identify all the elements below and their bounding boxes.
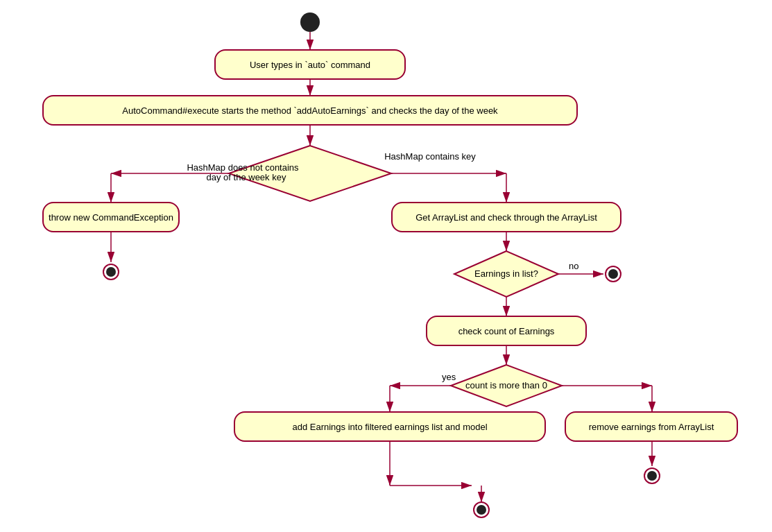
- end-node-remove-inner: [647, 471, 657, 481]
- yes-label: yes: [442, 372, 456, 382]
- hashmap-contains-label: HashMap contains key: [384, 151, 476, 162]
- activity-diagram: User types in `auto` command AutoCommand…: [0, 0, 772, 532]
- hashmap-no-text: HashMap does not contains: [187, 162, 299, 173]
- remove-earnings-text: remove earnings from ArrayList: [589, 422, 714, 432]
- check-count-text: check count of Earnings: [458, 326, 555, 336]
- start-node: [300, 12, 320, 32]
- end-node-final-inner: [477, 505, 486, 515]
- no-label: no: [569, 261, 578, 271]
- end-node-no-inner: [608, 269, 618, 279]
- end-node-throw-inner: [106, 267, 116, 277]
- count-more-text: count is more than 0: [465, 380, 547, 391]
- user-command-text: User types in `auto` command: [250, 60, 370, 70]
- auto-command-text: AutoCommand#execute starts the method `a…: [122, 105, 498, 116]
- diagram-container: User types in `auto` command AutoCommand…: [0, 0, 772, 532]
- get-arraylist-text: Get ArrayList and check through the Arra…: [415, 212, 597, 223]
- add-earnings-text: add Earnings into filtered earnings list…: [292, 422, 487, 432]
- throw-exception-text: throw new CommandException: [49, 212, 173, 223]
- earnings-in-list-text: Earnings in list?: [474, 268, 538, 279]
